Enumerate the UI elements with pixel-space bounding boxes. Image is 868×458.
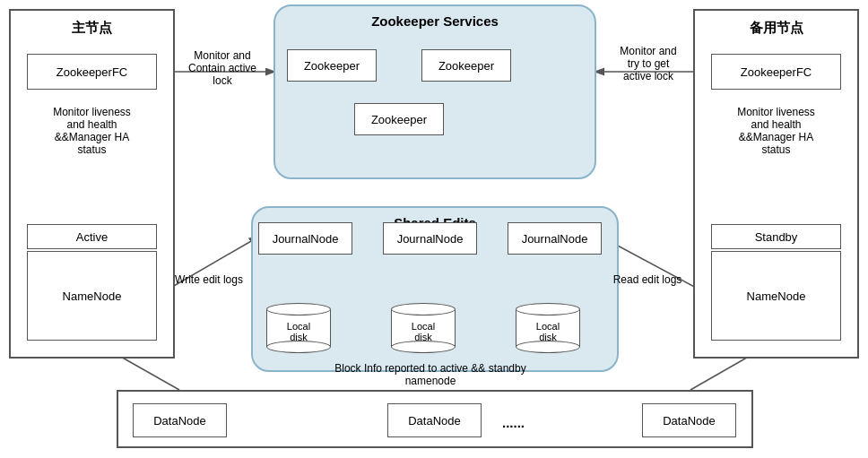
panel-left-title: 主节点 [11,20,173,37]
zkfc-left: ZookeeperFC [27,54,157,90]
local-disk-2: Localdisk [391,303,456,353]
active-label: Active [27,224,157,249]
monitor-contain-label: Monitor andContain activelock [173,49,272,87]
namenode-left: NameNode [27,251,157,341]
zookeeper-1: Zookeeper [287,49,377,82]
read-edit-logs-label: Read edit logs [603,273,692,286]
datanode-3: DataNode [642,403,736,437]
datanode-2: DataNode [387,403,482,437]
diagram: 主节点 备用节点 ZookeeperFC ZookeeperFC Monitor… [0,0,868,458]
journalnode-3: JournalNode [508,222,602,255]
local-disk-3: Localdisk [516,303,580,353]
zk-services-panel: Zookeeper Services [273,4,596,179]
zookeeper-2: Zookeeper [421,49,511,82]
journalnode-1: JournalNode [258,222,352,255]
monitor-liveness-left: Monitor livenessand health&&Manager HAst… [27,106,157,156]
datanode-dots: ...... [502,415,525,430]
write-edit-logs-label: Write edit logs [164,273,254,286]
standby-label: Standby [711,224,841,249]
namenode-right: NameNode [711,251,841,341]
zk-services-title: Zookeeper Services [275,13,595,29]
zkfc-left-label: ZookeeperFC [56,65,127,79]
datanode-1: DataNode [133,403,227,437]
journalnode-2: JournalNode [383,222,477,255]
monitor-try-label: Monitor andtry to getactive lock [595,45,702,82]
panel-right-title: 备用节点 [695,20,857,37]
local-disk-1: Localdisk [266,303,331,353]
zookeeper-3: Zookeeper [354,103,444,135]
block-info-label: Block Info reported to active && standby… [224,362,637,387]
zkfc-right-label: ZookeeperFC [741,65,812,79]
monitor-liveness-right: Monitor livenessand health&&Manager HAst… [711,106,841,156]
zkfc-right: ZookeeperFC [711,54,841,90]
